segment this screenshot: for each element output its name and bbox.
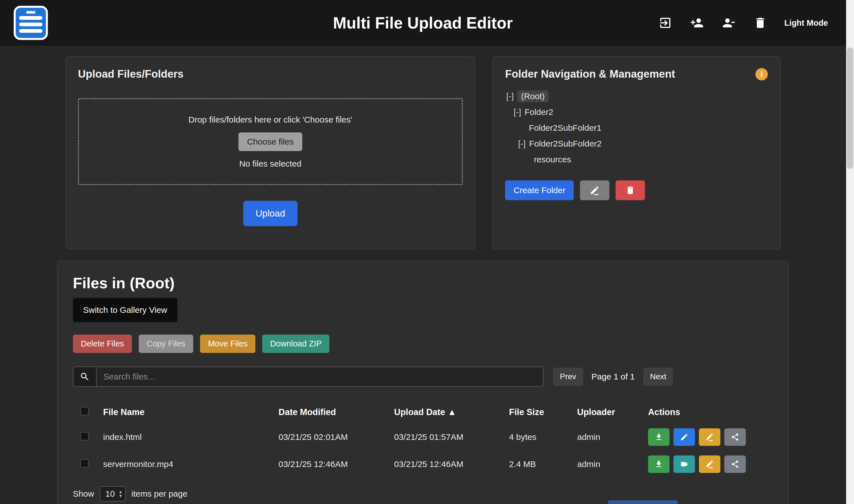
folder-panel-header: Folder Navigation & Management i: [505, 68, 768, 80]
file-name: index.html: [103, 432, 279, 442]
delete-folder-button[interactable]: [616, 180, 645, 200]
items-per-page-value: 10: [105, 489, 115, 499]
tree-label[interactable]: Folder2SubFolder1: [529, 123, 602, 133]
upload-panel: Upload Files/Folders Drop files/folders …: [66, 56, 475, 250]
spinner-arrows-icon: ▴▾: [119, 490, 122, 498]
pencil-underline-icon: [706, 433, 714, 441]
tree-item-folder2subfolder2[interactable]: [-] Folder2SubFolder2: [505, 136, 768, 151]
rename-folder-button[interactable]: [580, 180, 609, 200]
upload-button-row: Upload: [78, 201, 463, 226]
row-checkbox[interactable]: [80, 459, 89, 468]
tree-item-root[interactable]: [-] (Root): [505, 88, 768, 104]
app-logo-icon: [14, 6, 48, 40]
row-actions: [648, 428, 773, 446]
trash-icon: [625, 185, 635, 195]
prev-page-button[interactable]: Prev: [553, 367, 583, 386]
header-actions: Light Mode: [658, 15, 828, 31]
no-files-selected-text: No files selected: [239, 159, 301, 168]
next-page-button[interactable]: Next: [643, 367, 673, 386]
main-content: Upload Files/Folders Drop files/folders …: [0, 56, 854, 504]
column-file-name[interactable]: File Name: [103, 407, 279, 417]
folder-panel: Folder Navigation & Management i [-] (Ro…: [492, 56, 781, 250]
column-upload-date[interactable]: Upload Date ▲: [394, 407, 509, 417]
remove-user-button[interactable]: [721, 15, 736, 31]
tree-item-folder2[interactable]: [-] Folder2: [505, 104, 768, 120]
share-icon: [731, 433, 739, 441]
person-remove-icon: [722, 16, 735, 30]
app-title: Multi File Upload Editor: [333, 14, 513, 32]
tree-label[interactable]: Folder2: [524, 107, 553, 117]
copy-files-button[interactable]: Copy Files: [139, 335, 193, 353]
video-camera-icon: [680, 460, 689, 468]
delete-account-button[interactable]: [752, 15, 768, 31]
logout-icon: [659, 16, 672, 30]
download-file-button[interactable]: [648, 428, 670, 446]
date-modified: 03/21/25 02:01AM: [279, 432, 394, 442]
search-icon: [80, 372, 90, 382]
share-file-button[interactable]: [724, 455, 746, 473]
column-actions: Actions: [648, 407, 773, 417]
download-zip-button[interactable]: Download ZIP: [262, 335, 330, 353]
pencil-underline-icon: [590, 185, 600, 195]
share-icon: [731, 460, 739, 468]
delete-files-button[interactable]: Delete Files: [73, 335, 132, 353]
files-panel-title: Files in (Root): [73, 274, 773, 292]
edit-file-button[interactable]: [674, 428, 695, 446]
dropzone-instructions: Drop files/folders here or click 'Choose…: [189, 115, 352, 125]
scrollbar-thumb[interactable]: [847, 48, 853, 169]
tree-item-resources[interactable]: resources: [505, 151, 768, 167]
download-icon: [655, 433, 663, 441]
light-mode-toggle[interactable]: Light Mode: [784, 18, 828, 28]
move-files-button[interactable]: Move Files: [200, 335, 255, 353]
upload-button[interactable]: Upload: [243, 201, 298, 226]
create-folder-button[interactable]: Create Folder: [505, 180, 574, 200]
items-per-page-select[interactable]: 10 ▴▾: [100, 486, 126, 502]
uploader: admin: [577, 460, 648, 469]
logout-button[interactable]: [658, 15, 673, 31]
share-file-button[interactable]: [724, 428, 746, 446]
row-checkbox[interactable]: [80, 432, 89, 440]
person-add-icon: [690, 16, 704, 30]
add-user-button[interactable]: [689, 15, 705, 31]
file-dropzone[interactable]: Drop files/folders here or click 'Choose…: [78, 98, 463, 185]
page-scrollbar[interactable]: [846, 0, 854, 504]
tree-item-folder2subfolder1[interactable]: Folder2SubFolder1: [505, 120, 768, 136]
choose-files-button[interactable]: Choose files: [238, 132, 302, 151]
select-all-checkbox[interactable]: [80, 407, 89, 415]
tree-toggle[interactable]: [-]: [506, 91, 514, 101]
page-status: Page 1 of 1: [591, 372, 635, 381]
files-panel: Files in (Root) Switch to Gallery View D…: [57, 260, 789, 504]
items-per-page-label: items per page: [131, 489, 187, 499]
file-name: servermonitor.mp4: [103, 460, 279, 469]
tree-toggle[interactable]: [-]: [514, 107, 521, 117]
table-row: servermonitor.mp4 03/21/25 12:46AM 03/21…: [73, 451, 773, 478]
trash-icon: [753, 16, 767, 30]
download-file-button[interactable]: [648, 455, 670, 473]
row-checkbox-cell: [73, 459, 103, 470]
search-input[interactable]: [96, 366, 544, 387]
file-size: 2.4 MB: [509, 460, 577, 469]
top-row: Upload Files/Folders Drop files/folders …: [66, 56, 854, 250]
app-header: Multi File Upload Editor Light Mode: [0, 0, 854, 46]
folder-actions: Create Folder: [505, 180, 768, 200]
info-icon[interactable]: i: [755, 68, 768, 80]
video-preview-button[interactable]: [674, 455, 695, 473]
upload-date: 03/21/25 12:46AM: [394, 460, 509, 469]
table-header-row: File Name Date Modified Upload Date ▲ Fi…: [73, 401, 773, 424]
rename-file-button[interactable]: [699, 428, 720, 446]
column-file-size[interactable]: File Size: [509, 407, 577, 417]
tree-toggle[interactable]: [-]: [518, 139, 526, 148]
search-row: Prev Page 1 of 1 Next: [73, 366, 773, 387]
tree-label[interactable]: Folder2SubFolder2: [529, 139, 602, 148]
rename-file-button[interactable]: [699, 455, 720, 473]
column-uploader[interactable]: Uploader: [577, 407, 648, 417]
table-row: index.html 03/21/25 02:01AM 03/21/25 01:…: [73, 424, 773, 451]
gallery-view-toggle[interactable]: Switch to Gallery View: [73, 298, 177, 322]
date-modified: 03/21/25 12:46AM: [279, 460, 394, 469]
uploader: admin: [577, 432, 648, 442]
column-date-modified[interactable]: Date Modified: [279, 407, 394, 417]
tree-label[interactable]: resources: [534, 155, 571, 164]
row-actions: [648, 455, 773, 473]
partially-visible-element: [608, 500, 678, 504]
tree-label[interactable]: (Root): [517, 90, 549, 102]
